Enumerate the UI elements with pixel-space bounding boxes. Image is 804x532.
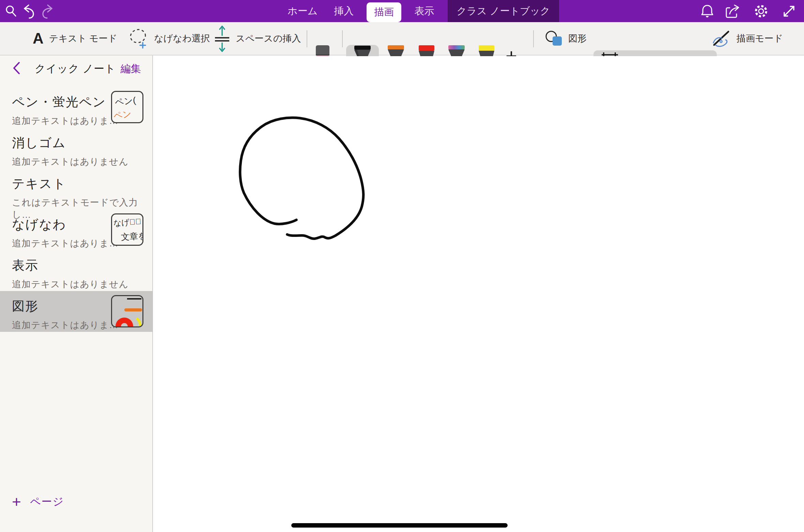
ribbon-tabs: ホーム 挿入 描画 表示 クラス ノートブック <box>279 0 559 22</box>
lasso-select-button[interactable]: なげなわ選択 <box>129 22 210 55</box>
shapes-button[interactable]: 図形 <box>544 22 587 55</box>
insert-space-button[interactable]: スペースの挿入 <box>214 22 301 55</box>
redo-icon[interactable] <box>40 4 55 19</box>
page-thumbnail: なげなﾞ 文章を <box>111 213 143 246</box>
tab-insert[interactable]: 挿入 <box>326 0 362 22</box>
toolbar-separator <box>533 30 534 47</box>
page-item-pen-highlighter[interactable]: ペン・蛍光ペン 追加テキストはありま… ペン( ペン <box>0 87 153 128</box>
search-icon[interactable] <box>5 5 18 18</box>
page-list-sidebar: クイック ノート 編集 ペン・蛍光ペン 追加テキストはありま… ペン( ペン 消… <box>0 55 153 532</box>
page-item-eraser[interactable]: 消しゴム 追加テキストはありません <box>0 128 153 168</box>
hand-drawn-circle-stroke <box>240 118 364 239</box>
settings-gear-icon[interactable] <box>754 4 769 19</box>
text-mode-button[interactable]: A テキスト モード <box>33 22 117 55</box>
text-mode-icon: A <box>33 30 44 47</box>
home-indicator-bar[interactable] <box>291 523 508 528</box>
onenote-app: ホーム 挿入 描画 表示 クラス ノートブック A テキスト モ <box>0 0 804 532</box>
notebook-title: クイック ノート <box>35 62 116 76</box>
plus-icon: + <box>12 494 21 510</box>
page-item-text[interactable]: テキスト これはテキストモードで入力し… <box>0 168 153 209</box>
undo-icon[interactable] <box>22 4 36 19</box>
tab-draw[interactable]: 描画 <box>367 2 401 22</box>
toolbar-separator <box>342 30 343 47</box>
draw-toolbar: A テキスト モード なげなわ選択 スペースの挿入 <box>0 22 804 55</box>
page-title: テキスト <box>12 175 153 192</box>
ink-drawing-circle <box>154 56 804 532</box>
lasso-icon <box>129 27 149 50</box>
page-item-lasso[interactable]: なげなわ 追加テキストはありま… なげなﾞ 文章を <box>0 209 153 250</box>
note-canvas[interactable] <box>154 56 804 532</box>
page-list: ペン・蛍光ペン 追加テキストはありま… ペン( ペン 消しゴム 追加テキストはあ… <box>0 87 152 332</box>
tab-home[interactable]: ホーム <box>279 0 326 22</box>
draw-mode-button[interactable]: 描画モード <box>711 22 783 55</box>
page-thumbnail: ペン( ペン <box>111 91 143 123</box>
share-icon[interactable] <box>725 4 741 19</box>
edit-button[interactable]: 編集 <box>121 62 141 76</box>
shapes-icon <box>544 30 563 47</box>
back-chevron-icon[interactable] <box>12 62 20 75</box>
insert-space-icon <box>214 24 230 53</box>
add-page-button[interactable]: + ページ <box>12 494 64 510</box>
toolbar-separator <box>307 30 307 47</box>
page-subtitle: 追加テキストはありません <box>12 156 153 168</box>
page-item-view[interactable]: 表示 追加テキストはありません <box>0 250 153 291</box>
page-item-shapes-selected[interactable]: 図形 追加テキストはありま… <box>0 291 153 332</box>
shapes-thumbnail-drawing <box>112 296 142 326</box>
page-thumbnail <box>111 295 143 327</box>
page-subtitle: 追加テキストはありません <box>12 278 153 290</box>
sidebar-header: クイック ノート 編集 <box>0 55 152 77</box>
page-title: 表示 <box>12 257 153 274</box>
notifications-bell-icon[interactable] <box>700 4 714 18</box>
page-title: 消しゴム <box>12 134 153 151</box>
tab-view[interactable]: 表示 <box>406 0 442 22</box>
tab-class-notebook[interactable]: クラス ノートブック <box>448 0 559 22</box>
draw-mode-hand-pen-icon <box>711 29 731 48</box>
fullscreen-icon[interactable] <box>782 4 797 19</box>
top-bar: ホーム 挿入 描画 表示 クラス ノートブック <box>0 0 804 22</box>
